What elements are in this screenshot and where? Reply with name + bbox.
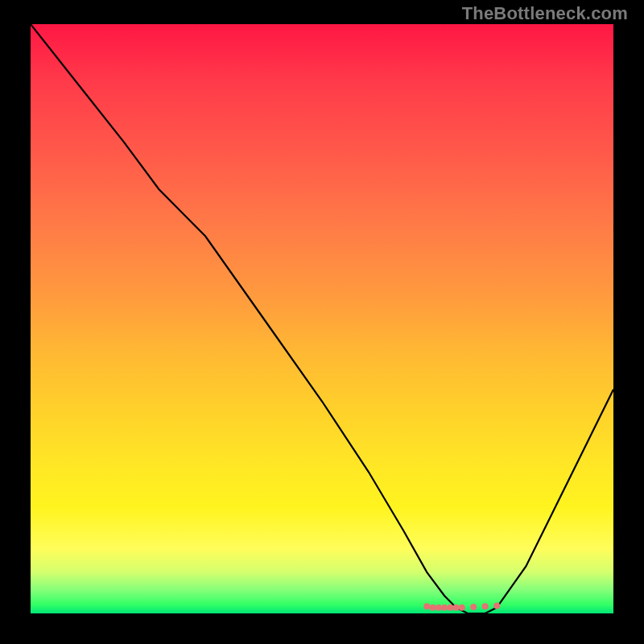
cluster-dot	[470, 604, 477, 610]
cluster-dot	[453, 605, 460, 611]
cluster-dot	[482, 603, 489, 609]
cluster-dot	[430, 605, 436, 611]
cluster-dot	[447, 605, 453, 611]
chart-container: TheBottleneck.com	[0, 0, 644, 644]
cluster-dot	[493, 603, 500, 609]
cluster-dot	[423, 603, 430, 609]
plot-area	[31, 24, 613, 613]
bottleneck-curve	[31, 24, 613, 613]
cluster-dot	[441, 605, 448, 611]
cluster-dots	[423, 603, 500, 611]
cluster-dot	[436, 605, 442, 611]
watermark-text: TheBottleneck.com	[462, 3, 628, 24]
cluster-dot	[459, 605, 465, 611]
curve-svg	[31, 24, 613, 613]
